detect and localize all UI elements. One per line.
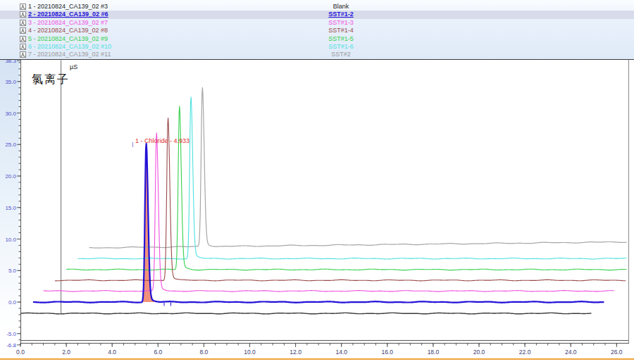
legend-sample-name: SST#1-4 [271,27,411,34]
x-tick-label: 18.0 [428,349,440,356]
y-tick-label: 30.0 [5,111,16,117]
y-tick-label: -6.8 [6,342,16,349]
chromatogram-icon [20,44,26,50]
chromatogram-icon [20,4,26,10]
y-tick-label: -5.0 [6,331,16,337]
chart-title: 氯离子 [32,73,70,87]
trace-blank[interactable] [20,313,592,314]
y-axis-unit: µS [70,63,77,70]
legend-sample-name: SST#1-6 [271,43,411,51]
injection-legend: 1 - 20210824_CA139_02 #3Blank2 - 2021082… [0,0,634,60]
x-tick-label: 8.0 [199,349,208,356]
x-tick-label: 26.0 [611,349,623,356]
y-tick-label: 15.0 [5,205,16,211]
legend-injection-name: 1 - 20210824_CA139_02 #3 [28,3,108,11]
legend-injection-name: 7 - 20210824_CA139_02 #11 [28,51,111,58]
legend-sample-name: Blank [271,3,411,11]
x-tick-label: 22.0 [519,349,531,356]
chromatogram-icon [20,36,26,42]
chromatogram-icon [20,27,26,34]
legend-row-6[interactable]: 6 - 20210824_CA139_02 #10SST#1-6 [0,43,634,51]
trace-sst-1-6[interactable] [77,97,626,259]
x-tick-label: 2.0 [62,349,70,356]
y-tick-label: 35.0 [5,79,16,85]
x-tick-label: 24.0 [565,349,577,356]
x-tick-label: 20.0 [473,349,485,356]
legend-sample-name: SST#2 [271,51,411,58]
x-tick-label: 10.0 [244,349,256,356]
x-tick-label: 16.0 [382,349,394,356]
legend-sample-name: SST#1-3 [271,19,411,27]
legend-injection-name: 3 - 20210824_CA139_02 #7 [28,19,108,27]
legend-injection-name: 6 - 20210824_CA139_02 #10 [28,43,111,51]
x-tick-label: 0.0 [16,349,25,356]
x-tick-label: 6.0 [154,349,162,356]
peak-annotation: 1 - Chloride - 4.933 [135,137,189,144]
y-tick-label: 25.0 [5,142,16,148]
x-tick-label: 4.0 [108,349,116,356]
legend-sample-name: SST#1-2 [271,11,411,18]
trace-sst-1-3[interactable] [44,133,615,291]
trace-sst-1-5[interactable] [66,106,627,270]
y-tick-label: 20.0 [5,173,16,180]
legend-injection-name: 4 - 20210824_CA139_02 #8 [28,27,108,34]
y-tick-label: 5.0 [8,268,17,274]
y-tick-label: 0.0 [8,299,17,306]
y-tick-label: 10.0 [5,237,16,243]
x-tick-label: 14.0 [335,349,347,356]
chromatogram-icon [20,51,26,58]
legend-row-2[interactable]: 2 - 20210824_CA139_02 #6SST#1-2 [0,11,634,18]
legend-injection-name: 5 - 20210824_CA139_02 #9 [28,35,108,43]
legend-sample-name: SST#1-5 [271,35,411,43]
legend-row-3[interactable]: 3 - 20210824_CA139_02 #7SST#1-3 [0,19,634,27]
chromatogram-icon [20,20,26,26]
chromatogram-window: 1 - 20210824_CA139_02 #3Blank2 - 2021082… [0,0,634,364]
legend-row-5[interactable]: 5 - 20210824_CA139_02 #9SST#1-5 [0,35,634,43]
legend-row-1[interactable]: 1 - 20210824_CA139_02 #3Blank [0,3,634,11]
chromatogram-icon [20,11,26,18]
x-tick-label: 12.0 [290,349,302,356]
pane-focus-rule [0,358,634,360]
trace-sst-1-2[interactable] [33,144,604,303]
legend-row-4[interactable]: 4 - 20210824_CA139_02 #8SST#1-4 [0,27,634,34]
legend-row-7[interactable]: 7 - 20210824_CA139_02 #11SST#2 [0,51,634,58]
legend-injection-name: 2 - 20210824_CA139_02 #6 [28,11,108,18]
